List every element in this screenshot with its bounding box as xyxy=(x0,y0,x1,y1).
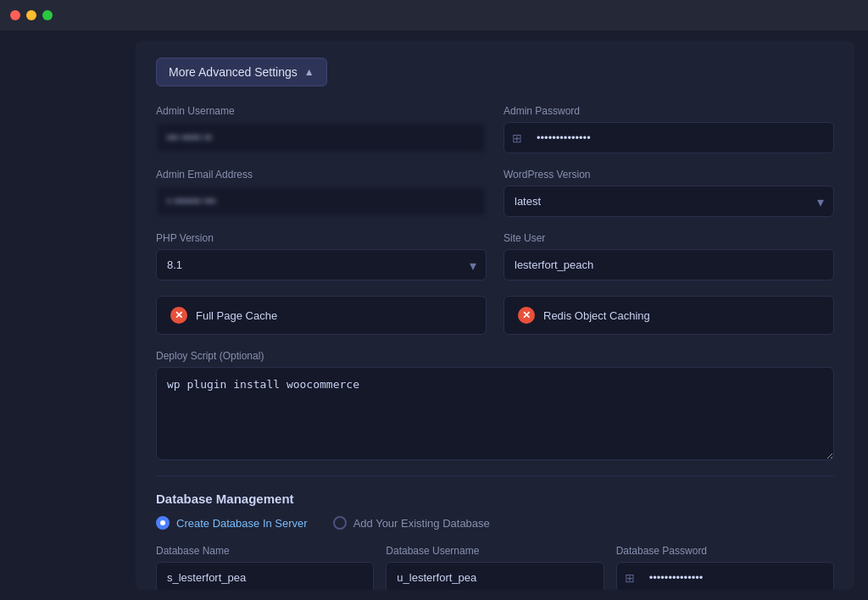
cache-toggles-row: ✕ Full Page Cache ✕ Redis Object Caching xyxy=(156,296,834,335)
full-page-cache-icon: ✕ xyxy=(170,307,187,324)
database-management-title: Database Management xyxy=(156,492,834,506)
more-advanced-settings-button[interactable]: More Advanced Settings ▲ xyxy=(156,58,327,86)
main-content: More Advanced Settings ▲ Admin Username … xyxy=(0,31,868,600)
admin-credentials-row: Admin Username Admin Password ⊞ xyxy=(156,105,834,153)
full-page-cache-label: Full Page Cache xyxy=(196,309,277,322)
settings-dropdown-label: More Advanced Settings xyxy=(169,65,298,79)
deploy-script-textarea[interactable] xyxy=(156,367,834,460)
admin-password-input[interactable] xyxy=(504,122,834,153)
site-user-group: Site User xyxy=(504,232,834,281)
db-password-group: Database Password ⊞ xyxy=(616,545,834,590)
db-password-icon: ⊞ xyxy=(625,571,635,585)
wordpress-version-label: WordPress Version xyxy=(504,169,834,181)
admin-email-group: Admin Email Address xyxy=(156,169,487,217)
existing-database-label: Add Your Existing Database xyxy=(353,517,490,530)
admin-password-field-wrapper: ⊞ xyxy=(504,122,834,153)
titlebar xyxy=(0,0,868,31)
db-username-input[interactable] xyxy=(386,562,604,590)
redis-object-caching-icon: ✕ xyxy=(518,307,535,324)
database-management-section: Database Management Create Database In S… xyxy=(156,492,834,590)
create-database-label: Create Database In Server xyxy=(176,517,308,530)
db-password-label: Database Password xyxy=(616,545,834,557)
php-version-group: PHP Version 8.1 8.0 7.4 xyxy=(156,232,487,281)
create-database-radio[interactable] xyxy=(156,516,170,530)
admin-email-input[interactable] xyxy=(156,186,487,217)
admin-password-group: Admin Password ⊞ xyxy=(504,105,834,153)
db-password-field-wrapper: ⊞ xyxy=(616,562,834,590)
content-area: More Advanced Settings ▲ Admin Username … xyxy=(136,41,854,590)
admin-email-label: Admin Email Address xyxy=(156,169,487,181)
db-name-input[interactable] xyxy=(156,562,374,590)
traffic-lights xyxy=(10,10,53,20)
maximize-button[interactable] xyxy=(42,10,53,20)
deploy-script-group: Deploy Script (Optional) xyxy=(156,350,834,460)
php-version-select[interactable]: 8.1 8.0 7.4 xyxy=(156,249,487,281)
password-icon: ⊞ xyxy=(512,131,522,145)
admin-username-label: Admin Username xyxy=(156,105,487,117)
create-database-option[interactable]: Create Database In Server xyxy=(156,516,308,530)
sidebar xyxy=(0,31,136,600)
wordpress-version-select-wrapper: latest 6.4 6.3 xyxy=(504,186,834,217)
db-name-label: Database Name xyxy=(156,545,374,557)
existing-database-option[interactable]: Add Your Existing Database xyxy=(333,516,490,530)
db-password-input[interactable] xyxy=(616,562,834,590)
db-name-group: Database Name xyxy=(156,545,374,590)
php-siteuser-row: PHP Version 8.1 8.0 7.4 Site User xyxy=(156,232,834,281)
site-user-input[interactable] xyxy=(504,249,834,281)
section-divider xyxy=(156,475,834,476)
php-version-label: PHP Version xyxy=(156,232,487,244)
minimize-button[interactable] xyxy=(26,10,36,20)
chevron-up-icon: ▲ xyxy=(304,66,314,78)
email-version-row: Admin Email Address WordPress Version la… xyxy=(156,169,834,217)
admin-password-label: Admin Password xyxy=(504,105,834,117)
admin-username-input[interactable] xyxy=(156,122,487,153)
admin-username-group: Admin Username xyxy=(156,105,487,153)
wordpress-version-group: WordPress Version latest 6.4 6.3 xyxy=(504,169,834,217)
site-user-label: Site User xyxy=(504,232,834,244)
db-username-group: Database Username xyxy=(386,545,604,590)
existing-database-radio[interactable] xyxy=(333,516,347,530)
close-button[interactable] xyxy=(10,10,20,20)
php-version-select-wrapper: 8.1 8.0 7.4 xyxy=(156,249,487,281)
db-username-label: Database Username xyxy=(386,545,604,557)
deploy-script-label: Deploy Script (Optional) xyxy=(156,350,834,362)
full-page-cache-toggle[interactable]: ✕ Full Page Cache xyxy=(156,296,487,335)
redis-object-caching-toggle[interactable]: ✕ Redis Object Caching xyxy=(504,296,834,335)
redis-object-caching-label: Redis Object Caching xyxy=(543,309,650,322)
database-radio-group: Create Database In Server Add Your Exist… xyxy=(156,516,834,530)
database-fields-row: Database Name Database Username Database… xyxy=(156,545,834,590)
wordpress-version-select[interactable]: latest 6.4 6.3 xyxy=(504,186,834,217)
